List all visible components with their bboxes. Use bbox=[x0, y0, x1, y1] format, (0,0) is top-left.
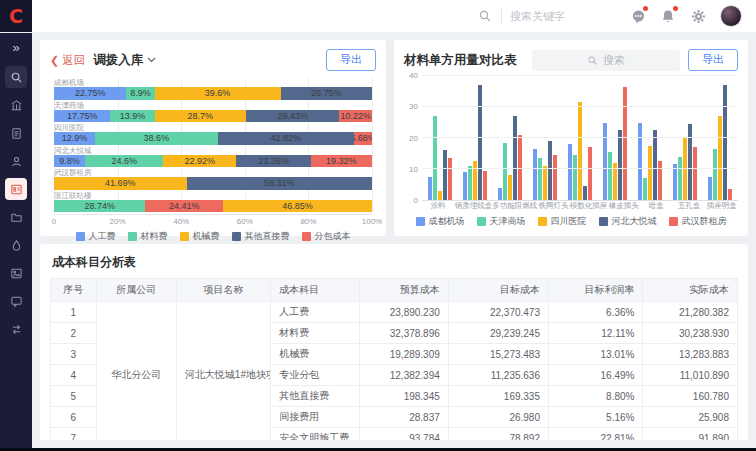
bar[interactable] bbox=[618, 130, 622, 200]
sidebar-item-messages[interactable] bbox=[5, 290, 27, 312]
bar-segment[interactable]: 46.85% bbox=[223, 200, 372, 213]
export-button-left[interactable]: 导出 bbox=[326, 49, 376, 70]
bar-segment[interactable]: 28.7% bbox=[155, 110, 246, 123]
sidebar-item-materials[interactable] bbox=[5, 234, 27, 256]
bar[interactable] bbox=[503, 143, 507, 200]
sidebar-item-users[interactable] bbox=[5, 150, 27, 172]
sidebar-item-transfer[interactable] bbox=[5, 318, 27, 340]
bar[interactable] bbox=[708, 177, 712, 200]
bar[interactable] bbox=[498, 188, 502, 200]
messages-icon[interactable] bbox=[630, 8, 646, 24]
legend-item[interactable]: 武汉群租房 bbox=[669, 215, 727, 228]
bar[interactable] bbox=[468, 166, 472, 200]
chevron-down-icon[interactable] bbox=[147, 57, 156, 63]
bar[interactable] bbox=[568, 144, 572, 200]
bar[interactable] bbox=[718, 116, 722, 200]
legend-item[interactable]: 天津商场 bbox=[477, 215, 526, 228]
bar[interactable] bbox=[608, 152, 612, 200]
bar[interactable] bbox=[673, 164, 677, 200]
bar-segment[interactable]: 24.41% bbox=[145, 200, 223, 213]
bar[interactable] bbox=[643, 178, 647, 200]
bar-segment[interactable]: 5.68% bbox=[354, 132, 372, 145]
bar-segment[interactable]: 29.43% bbox=[246, 110, 340, 123]
bar[interactable] bbox=[713, 149, 717, 200]
bar-segment[interactable]: 13.9% bbox=[110, 110, 154, 123]
bell-icon[interactable] bbox=[660, 8, 676, 24]
bar-segment[interactable]: 22.92% bbox=[163, 155, 236, 168]
bar[interactable] bbox=[428, 177, 432, 200]
bar-segment[interactable]: 12.9% bbox=[54, 132, 95, 145]
bar[interactable] bbox=[588, 147, 592, 200]
panel-title[interactable]: 调拨入库 bbox=[93, 52, 143, 69]
bar-segment[interactable]: 38.6% bbox=[95, 132, 218, 145]
bar-segment[interactable]: 28.74% bbox=[54, 200, 145, 213]
bar[interactable] bbox=[538, 158, 542, 200]
bar-segment[interactable]: 41.69% bbox=[54, 177, 187, 190]
bar[interactable] bbox=[653, 130, 657, 200]
bar[interactable] bbox=[683, 138, 687, 200]
bar[interactable] bbox=[478, 85, 482, 200]
sidebar-item-company[interactable] bbox=[5, 94, 27, 116]
bar[interactable] bbox=[438, 191, 442, 200]
user-avatar[interactable] bbox=[720, 5, 742, 27]
bar[interactable] bbox=[543, 166, 547, 200]
bar-segment[interactable]: 10.22% bbox=[339, 110, 371, 123]
app-logo[interactable]: C bbox=[0, 0, 32, 32]
bar[interactable] bbox=[508, 175, 512, 200]
back-link[interactable]: ❮ 返回 bbox=[50, 53, 85, 68]
bar-segment[interactable]: 39.6% bbox=[155, 87, 281, 100]
bar[interactable] bbox=[433, 116, 437, 200]
panel-search-input[interactable]: 搜索 bbox=[532, 50, 680, 71]
sidebar-item-cost-active[interactable] bbox=[5, 178, 27, 200]
global-search[interactable]: 搜索关键字 bbox=[477, 8, 620, 24]
bar-segment[interactable]: 42.82% bbox=[218, 132, 354, 145]
legend-item[interactable]: 河北大悦城 bbox=[599, 215, 657, 228]
bar[interactable] bbox=[678, 157, 682, 200]
bar[interactable] bbox=[513, 116, 517, 200]
sidebar-item-projects[interactable] bbox=[5, 206, 27, 228]
legend-item[interactable]: 人工费 bbox=[76, 230, 116, 243]
sidebar-expand-icon[interactable]: » bbox=[12, 40, 19, 55]
bar-segment[interactable]: 23.36% bbox=[236, 155, 310, 168]
settings-gear-icon[interactable] bbox=[690, 8, 706, 24]
bar[interactable] bbox=[443, 150, 447, 200]
sidebar-item-documents[interactable] bbox=[5, 122, 27, 144]
bar[interactable] bbox=[463, 172, 467, 200]
bar[interactable] bbox=[688, 124, 692, 200]
legend-item[interactable]: 其他直接费 bbox=[232, 230, 290, 243]
bar[interactable] bbox=[533, 149, 537, 200]
export-button-right[interactable]: 导出 bbox=[688, 49, 738, 70]
bar-segment[interactable]: 8.9% bbox=[126, 87, 154, 100]
stacked-bar: 41.69%58.31% bbox=[54, 177, 372, 190]
bar[interactable] bbox=[448, 158, 452, 200]
bar[interactable] bbox=[723, 85, 727, 200]
legend-item[interactable]: 四川医院 bbox=[538, 215, 587, 228]
legend-item[interactable]: 成都机场 bbox=[416, 215, 465, 228]
bar-segment[interactable]: 9.8% bbox=[54, 155, 85, 168]
bar[interactable] bbox=[728, 189, 732, 200]
bar-segment[interactable]: 28.75% bbox=[281, 87, 372, 100]
bar-segment[interactable]: 17.75% bbox=[54, 110, 110, 123]
sidebar-item-search[interactable] bbox=[5, 66, 27, 88]
bar[interactable] bbox=[483, 171, 487, 200]
bar[interactable] bbox=[548, 141, 552, 200]
bar-segment[interactable]: 19.32% bbox=[311, 155, 372, 168]
bar[interactable] bbox=[578, 102, 582, 200]
bar[interactable] bbox=[638, 123, 642, 201]
bar[interactable] bbox=[693, 147, 697, 200]
bar-segment[interactable]: 24.6% bbox=[85, 155, 163, 168]
global-search-placeholder[interactable]: 搜索关键字 bbox=[510, 9, 620, 24]
bar-segment[interactable]: 58.31% bbox=[187, 177, 372, 190]
bar[interactable] bbox=[623, 87, 627, 200]
bar[interactable] bbox=[583, 186, 587, 200]
bar[interactable] bbox=[603, 123, 607, 201]
legend-item[interactable]: 材料费 bbox=[128, 230, 168, 243]
bar[interactable] bbox=[553, 155, 557, 200]
cell-subject: 机械费 bbox=[271, 344, 360, 365]
bar[interactable] bbox=[648, 146, 652, 200]
bar-segment[interactable]: 22.75% bbox=[54, 87, 126, 100]
sidebar-item-reports[interactable] bbox=[5, 262, 27, 284]
bar[interactable] bbox=[573, 155, 577, 200]
legend-item[interactable]: 分包成本 bbox=[302, 230, 351, 243]
legend-item[interactable]: 机械费 bbox=[180, 230, 220, 243]
